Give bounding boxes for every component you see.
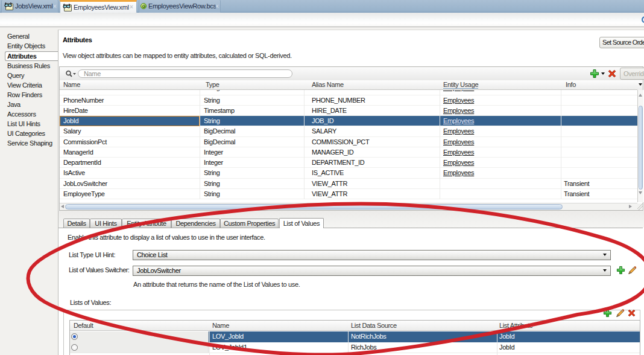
svg-text:G: G xyxy=(142,4,145,8)
